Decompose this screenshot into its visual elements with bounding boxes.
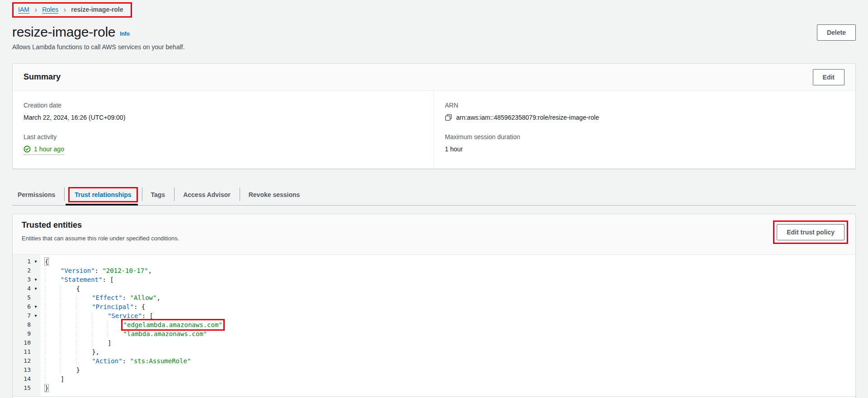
code-line-content: "Action": "sts:AssumeRole" [41, 356, 191, 365]
line-number-gutter: 10 [13, 338, 41, 347]
tab-permissions[interactable]: Permissions [12, 184, 64, 205]
code-line-content: "Statement": [ [41, 275, 114, 284]
code-line: 3▾ "Statement": [ [13, 275, 855, 284]
code-line-content: } [41, 365, 80, 375]
tab-access-advisor[interactable]: Access Advisor [174, 184, 240, 205]
code-line: 9 "lambda.amazonaws.com" [13, 329, 855, 338]
line-number-gutter: 4▾ [13, 284, 41, 293]
code-line: 5 "Effect": "Allow", [13, 293, 855, 302]
info-link[interactable]: Info [120, 31, 129, 37]
fold-toggle-icon[interactable]: ▾ [31, 275, 41, 284]
code-line-content: { [41, 257, 48, 266]
arn-field: ARN arn:aws:iam::485962358079:role/resiz… [445, 102, 844, 121]
code-token: : [ [102, 276, 113, 283]
check-circle-icon [24, 145, 31, 153]
code-line-content: "lambda.amazonaws.com" [41, 329, 207, 338]
code-token: { [45, 258, 48, 265]
line-number: 6 [13, 302, 31, 311]
max-session-field: Maximum session duration 1 hour [445, 133, 844, 153]
line-number-gutter: 3▾ [13, 275, 41, 284]
breadcrumb: IAM › Roles › resize-image-role [18, 6, 123, 13]
indent-guide [61, 357, 76, 365]
code-token: , [156, 294, 160, 301]
code-line: 13 } [13, 365, 855, 375]
iam-role-detail-page: IAM › Roles › resize-image-role resize-i… [0, 0, 868, 398]
fold-toggle-icon[interactable]: ▾ [31, 311, 41, 320]
code-token: : { [134, 303, 145, 310]
last-activity-field: Last activity 1 hour ago [24, 133, 423, 155]
annotation-box-breadcrumb: IAM › Roles › resize-image-role [12, 2, 132, 18]
tab-revoke-sessions[interactable]: Revoke sessions [240, 184, 309, 205]
code-token: : [123, 357, 130, 365]
indent-guide [45, 294, 61, 301]
code-line: 1▾{ [13, 257, 855, 266]
code-line: 8 "edgelambda.amazonaws.com", [13, 320, 855, 329]
field-label: Creation date [24, 102, 423, 109]
code-token: } [76, 366, 80, 374]
fold-toggle-icon[interactable]: ▾ [31, 284, 41, 293]
line-number: 3 [13, 275, 31, 284]
indent-guide [76, 339, 92, 346]
breadcrumb-link-iam[interactable]: IAM [18, 6, 29, 13]
indent-guide [76, 303, 92, 310]
creation-date-field: Creation date March 22, 2024, 16:26 (UTC… [24, 102, 423, 121]
delete-button[interactable]: Delete [817, 24, 856, 41]
highlighted-service-entry: "edgelambda.amazonaws.com" [123, 321, 222, 328]
indent-guide [45, 276, 61, 283]
line-number-gutter: 1▾ [13, 257, 41, 266]
code-line-content: "Effect": "Allow", [41, 293, 160, 302]
line-number: 14 [13, 375, 31, 384]
line-number-gutter: 14 [13, 375, 41, 384]
fold-toggle-icon[interactable]: ▾ [31, 257, 41, 266]
indent-guide [76, 330, 92, 337]
indent-guide [92, 321, 108, 328]
indent-guide [61, 348, 76, 356]
tab-tags[interactable]: Tags [142, 184, 175, 205]
line-number: 9 [13, 329, 31, 338]
edit-trust-policy-button[interactable]: Edit trust policy [777, 224, 844, 240]
line-number: 12 [13, 356, 31, 365]
code-token: : [95, 267, 103, 274]
indent-guide [61, 339, 76, 346]
chevron-right-icon: › [34, 6, 37, 13]
indent-guide [92, 330, 108, 337]
indent-guide [45, 348, 61, 356]
arn-value: arn:aws:iam::485962358079:role/resize-im… [456, 114, 599, 121]
policy-editor[interactable]: 1▾{2 "Version": "2012-10-17",3▾ "Stateme… [13, 255, 855, 397]
tab-trust-relationships[interactable]: Trust relationships [64, 184, 142, 205]
indent-guide [108, 321, 123, 328]
code-line: 4▾ { [13, 284, 855, 293]
line-number-gutter: 7▾ [13, 311, 41, 320]
line-number: 2 [13, 266, 31, 275]
last-activity-value: 1 hour ago [24, 145, 64, 155]
indent-guide [61, 285, 76, 292]
line-number: 4 [13, 284, 31, 293]
code-token: : [123, 294, 130, 301]
indent-guide [45, 357, 61, 365]
indent-guide [45, 321, 61, 328]
code-token: ] [108, 339, 111, 346]
line-number-gutter: 12 [13, 356, 41, 365]
indent-guide [45, 366, 61, 374]
code-line-content: "Version": "2012-10-17", [41, 266, 152, 275]
line-number: 13 [13, 365, 31, 375]
fold-toggle-icon[interactable]: ▾ [31, 302, 41, 311]
annotation-box-active-tab: Trust relationships [68, 187, 137, 202]
indent-guide [61, 330, 76, 337]
copy-icon[interactable] [445, 114, 452, 121]
code-token: "sts:AssumeRole" [130, 357, 191, 365]
page-title-block: resize-image-roleInfo Allows Lambda func… [12, 24, 185, 51]
indent-guide [45, 303, 61, 310]
line-number-gutter: 2 [13, 266, 41, 275]
indent-guide [76, 357, 92, 365]
indent-guide [76, 312, 92, 319]
indent-guide [76, 294, 92, 301]
code-line-content: "Service": [ [41, 311, 153, 320]
code-token: , [148, 267, 152, 274]
chevron-right-icon: › [63, 6, 66, 13]
edit-summary-button[interactable]: Edit [813, 69, 844, 85]
indent-guide [45, 267, 61, 274]
breadcrumb-link-roles[interactable]: Roles [42, 6, 58, 13]
field-label: ARN [445, 102, 844, 109]
code-token: "2012-10-17" [102, 267, 148, 274]
